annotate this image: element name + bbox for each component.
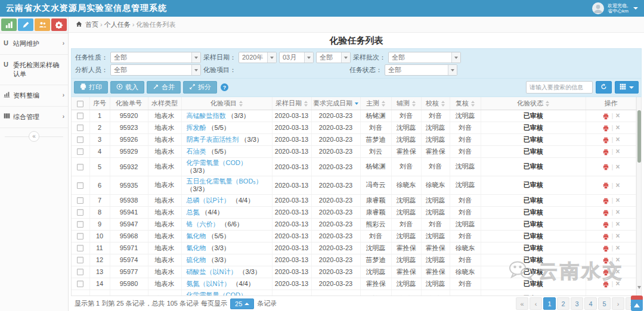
print-row-icon[interactable] bbox=[602, 296, 609, 297]
row-checkbox[interactable] bbox=[77, 257, 83, 263]
print-row-icon[interactable] bbox=[602, 112, 609, 119]
row-checkbox[interactable] bbox=[77, 125, 83, 131]
page-button-4[interactable]: 4 bbox=[584, 297, 597, 310]
test-item-link[interactable]: 化学需氧量（COD） bbox=[187, 159, 247, 166]
columns-button[interactable] bbox=[615, 81, 639, 94]
delete-row-icon[interactable]: × bbox=[615, 268, 620, 276]
test-item-link[interactable]: 氰化物 bbox=[187, 244, 206, 251]
task-status-select[interactable]: 全部 bbox=[385, 64, 457, 76]
print-row-icon[interactable] bbox=[602, 232, 609, 240]
chart-button[interactable] bbox=[1, 18, 17, 31]
column-header-校核[interactable]: 校核 bbox=[421, 97, 450, 110]
page-button-5[interactable]: 5 bbox=[598, 297, 611, 310]
print-row-icon[interactable] bbox=[602, 163, 609, 170]
sample-batch-select[interactable]: 全部 bbox=[388, 52, 461, 63]
users-button[interactable] bbox=[35, 18, 50, 31]
test-item-link[interactable]: 总氮 bbox=[187, 209, 200, 216]
delete-row-icon[interactable]: × bbox=[615, 196, 620, 204]
delete-row-icon[interactable]: × bbox=[615, 279, 620, 288]
test-item-link[interactable]: 氟化物 bbox=[187, 232, 206, 240]
search-input[interactable] bbox=[526, 81, 593, 94]
row-checkbox[interactable] bbox=[77, 281, 83, 287]
scrollbar-thumb[interactable] bbox=[637, 110, 641, 163]
test-item-link[interactable]: 铬（六价） bbox=[187, 220, 219, 228]
row-checkbox[interactable] bbox=[77, 182, 83, 189]
test-item-link[interactable]: 氨氮（以N计） bbox=[187, 280, 231, 287]
test-item-link[interactable]: 化学需氧量（COD） bbox=[187, 291, 247, 297]
delete-row-icon[interactable]: × bbox=[615, 135, 620, 144]
page-button-1[interactable]: 1 bbox=[543, 297, 556, 310]
sample-year-select[interactable]: 2020年 bbox=[239, 52, 277, 63]
sidebar-collapse-button[interactable]: « bbox=[29, 131, 39, 142]
test-item-link[interactable]: 总磷（以P计） bbox=[187, 197, 230, 204]
analyst-select[interactable]: 全部 bbox=[110, 64, 201, 76]
print-row-icon[interactable] bbox=[602, 256, 609, 263]
page-nav-button[interactable]: ‹ bbox=[530, 297, 542, 310]
test-item-link[interactable]: 挥发酚 bbox=[187, 124, 206, 131]
print-row-icon[interactable] bbox=[602, 268, 609, 275]
sidebar-item-资料整编[interactable]: 资料整编› bbox=[0, 85, 68, 107]
print-row-icon[interactable] bbox=[602, 182, 609, 189]
print-row-icon[interactable] bbox=[602, 220, 609, 228]
delete-row-icon[interactable]: × bbox=[615, 181, 620, 189]
column-header-要求完成日期[interactable]: 要求完成日期 bbox=[311, 97, 360, 110]
page-button-2[interactable]: 2 bbox=[557, 297, 569, 310]
print-row-icon[interactable] bbox=[602, 148, 609, 155]
help-icon[interactable]: ? bbox=[221, 83, 228, 91]
row-checkbox[interactable] bbox=[77, 221, 83, 228]
refresh-button[interactable] bbox=[596, 81, 612, 94]
row-checkbox[interactable] bbox=[77, 197, 83, 204]
sidebar-item-综合管理[interactable]: 综合管理› bbox=[0, 107, 68, 128]
back-to-top-widget[interactable] bbox=[631, 296, 643, 311]
page-nav-button[interactable]: « bbox=[516, 297, 528, 310]
split-button[interactable]: 拆分 bbox=[183, 81, 217, 94]
column-header-采样日期[interactable]: 采样日期 bbox=[272, 97, 311, 110]
test-item-link[interactable]: 高锰酸盐指数 bbox=[187, 112, 226, 119]
print-row-icon[interactable] bbox=[602, 280, 609, 287]
delete-row-icon[interactable]: × bbox=[615, 208, 620, 216]
load-button[interactable]: 载入 bbox=[110, 81, 144, 94]
row-checkbox[interactable] bbox=[77, 113, 83, 119]
test-item-link[interactable]: 阴离子表面活性剂 bbox=[187, 136, 239, 143]
column-header-化验项目[interactable]: 化验项目 bbox=[181, 97, 272, 110]
delete-row-icon[interactable]: × bbox=[615, 256, 620, 264]
task-nature-select[interactable]: 全部 bbox=[110, 52, 201, 63]
print-row-icon[interactable] bbox=[602, 136, 609, 143]
sample-day-select[interactable]: 全部 bbox=[316, 52, 351, 63]
user-menu[interactable]: 欢迎光临, 省中心km bbox=[592, 2, 638, 14]
pencil-button[interactable] bbox=[18, 18, 33, 31]
print-row-icon[interactable] bbox=[602, 244, 609, 251]
delete-row-icon[interactable]: × bbox=[615, 220, 620, 228]
test-item-link[interactable]: 硫化物 bbox=[187, 256, 206, 263]
cogs-button[interactable] bbox=[51, 18, 67, 31]
breadcrumb-item[interactable]: 个人任务 bbox=[104, 21, 131, 28]
row-checkbox[interactable] bbox=[77, 148, 83, 155]
sidebar-item-站网维护[interactable]: U站网维护› bbox=[0, 33, 68, 55]
column-header-化验状态[interactable]: 化验状态 bbox=[481, 97, 586, 110]
sample-month-select[interactable]: 03月 bbox=[279, 52, 314, 63]
delete-row-icon[interactable]: × bbox=[615, 295, 620, 297]
row-checkbox[interactable] bbox=[77, 269, 83, 275]
delete-row-icon[interactable]: × bbox=[615, 123, 620, 132]
row-checkbox[interactable] bbox=[77, 209, 83, 216]
page-size-button[interactable]: 25 bbox=[230, 298, 254, 309]
breadcrumb-item[interactable]: 首页 bbox=[85, 21, 98, 28]
merge-button[interactable]: 合并 bbox=[147, 81, 181, 94]
print-row-icon[interactable] bbox=[602, 124, 609, 131]
page-button-3[interactable]: 3 bbox=[571, 297, 583, 310]
row-checkbox[interactable] bbox=[77, 136, 83, 143]
row-checkbox[interactable] bbox=[77, 164, 83, 170]
column-header-辅测[interactable]: 辅测 bbox=[391, 97, 421, 110]
row-checkbox[interactable] bbox=[77, 245, 83, 251]
print-row-icon[interactable] bbox=[602, 197, 609, 204]
select-all-checkbox[interactable] bbox=[77, 101, 83, 107]
sidebar-item-委托检测采样确认单[interactable]: U委托检测采样确认单 bbox=[0, 55, 68, 85]
delete-row-icon[interactable]: × bbox=[615, 111, 620, 120]
delete-row-icon[interactable]: × bbox=[615, 147, 620, 156]
delete-row-icon[interactable]: × bbox=[615, 244, 620, 252]
test-item-link[interactable]: 硝酸盐（以N计） bbox=[187, 268, 237, 275]
delete-row-icon[interactable]: × bbox=[615, 232, 620, 240]
test-item-link[interactable]: 五日生化需氧量（BOD₅） bbox=[187, 178, 262, 185]
test-item-link[interactable]: 石油类 bbox=[187, 148, 206, 155]
row-checkbox[interactable] bbox=[77, 233, 83, 240]
